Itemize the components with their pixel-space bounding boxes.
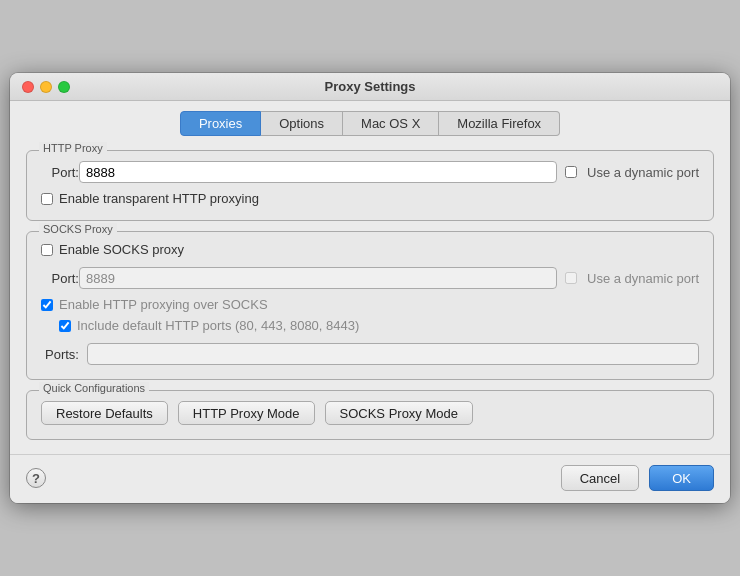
socks-dynamic-port-label: Use a dynamic port bbox=[587, 271, 699, 286]
socks-include-ports-row: Include default HTTP ports (80, 443, 808… bbox=[59, 318, 699, 333]
socks-include-ports-label: Include default HTTP ports (80, 443, 808… bbox=[77, 318, 359, 333]
tab-firefox[interactable]: Mozilla Firefox bbox=[439, 111, 560, 136]
titlebar: Proxy Settings bbox=[10, 73, 730, 101]
socks-port-row: Port: Use a dynamic port bbox=[41, 267, 699, 289]
socks-enable-label: Enable SOCKS proxy bbox=[59, 242, 184, 257]
socks-proxy-mode-button[interactable]: SOCKS Proxy Mode bbox=[325, 401, 474, 425]
cancel-button[interactable]: Cancel bbox=[561, 465, 639, 491]
http-proxy-label: HTTP Proxy bbox=[39, 142, 107, 154]
http-proxy-section: HTTP Proxy Port: Use a dynamic port Enab… bbox=[26, 150, 714, 221]
window-title: Proxy Settings bbox=[324, 79, 415, 94]
http-port-label: Port: bbox=[41, 165, 79, 180]
socks-proxy-label: SOCKS Proxy bbox=[39, 223, 117, 235]
main-content: Proxies Options Mac OS X Mozilla Firefox… bbox=[10, 101, 730, 454]
minimize-button[interactable] bbox=[40, 81, 52, 93]
socks-ports-label: Ports: bbox=[41, 347, 79, 362]
http-dynamic-port-group: Use a dynamic port bbox=[565, 165, 699, 180]
http-port-input[interactable] bbox=[79, 161, 557, 183]
socks-enable-checkbox[interactable] bbox=[41, 244, 53, 256]
socks-dynamic-port-group: Use a dynamic port bbox=[565, 271, 699, 286]
http-dynamic-port-label: Use a dynamic port bbox=[587, 165, 699, 180]
http-proxy-mode-button[interactable]: HTTP Proxy Mode bbox=[178, 401, 315, 425]
http-transparent-checkbox[interactable] bbox=[41, 193, 53, 205]
socks-http-over-socks-label: Enable HTTP proxying over SOCKS bbox=[59, 297, 268, 312]
tab-options[interactable]: Options bbox=[261, 111, 343, 136]
socks-include-ports-checkbox[interactable] bbox=[59, 320, 71, 332]
http-port-row: Port: Use a dynamic port bbox=[41, 161, 699, 183]
socks-proxy-section: SOCKS Proxy Enable SOCKS proxy Port: Use… bbox=[26, 231, 714, 380]
tab-macosx[interactable]: Mac OS X bbox=[343, 111, 439, 136]
quick-config-section: Quick Configurations Restore Defaults HT… bbox=[26, 390, 714, 440]
socks-http-over-socks-checkbox[interactable] bbox=[41, 299, 53, 311]
traffic-lights bbox=[22, 81, 70, 93]
http-dynamic-port-checkbox[interactable] bbox=[565, 166, 577, 178]
proxy-settings-window: Proxy Settings Proxies Options Mac OS X … bbox=[10, 73, 730, 503]
quick-config-label: Quick Configurations bbox=[39, 382, 149, 394]
maximize-button[interactable] bbox=[58, 81, 70, 93]
tab-proxies[interactable]: Proxies bbox=[180, 111, 261, 136]
socks-ports-row: Ports: bbox=[41, 343, 699, 365]
http-transparent-label: Enable transparent HTTP proxying bbox=[59, 191, 259, 206]
socks-port-input[interactable] bbox=[79, 267, 557, 289]
socks-ports-input[interactable] bbox=[87, 343, 699, 365]
http-transparent-row: Enable transparent HTTP proxying bbox=[41, 191, 699, 206]
help-button[interactable]: ? bbox=[26, 468, 46, 488]
socks-port-label: Port: bbox=[41, 271, 79, 286]
quick-config-buttons: Restore Defaults HTTP Proxy Mode SOCKS P… bbox=[41, 401, 699, 425]
socks-enable-row: Enable SOCKS proxy bbox=[41, 242, 699, 257]
bottom-actions: Cancel OK bbox=[561, 465, 714, 491]
close-button[interactable] bbox=[22, 81, 34, 93]
socks-http-over-socks-row: Enable HTTP proxying over SOCKS bbox=[41, 297, 699, 312]
socks-dynamic-port-checkbox[interactable] bbox=[565, 272, 577, 284]
tab-bar: Proxies Options Mac OS X Mozilla Firefox bbox=[26, 111, 714, 136]
restore-defaults-button[interactable]: Restore Defaults bbox=[41, 401, 168, 425]
bottom-bar: ? Cancel OK bbox=[10, 454, 730, 503]
ok-button[interactable]: OK bbox=[649, 465, 714, 491]
